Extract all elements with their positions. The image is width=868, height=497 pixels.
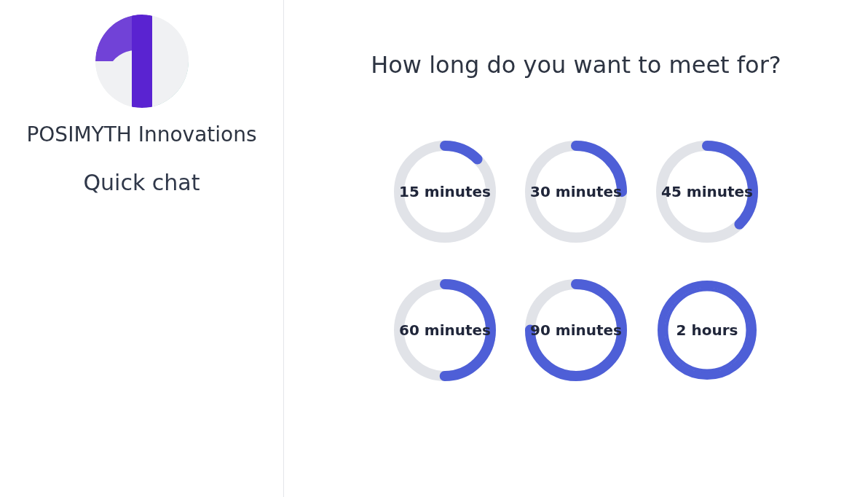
duration-label: 15 minutes: [399, 183, 491, 200]
duration-grid: 15 minutes30 minutes45 minutes60 minutes…: [383, 130, 769, 392]
brand-name: POSIMYTH Innovations: [26, 122, 256, 146]
duration-label: 30 minutes: [530, 183, 622, 200]
main-panel: How long do you want to meet for? 15 min…: [284, 0, 868, 497]
duration-option-6[interactable]: 2 hours: [645, 268, 769, 392]
duration-option-3[interactable]: 45 minutes: [645, 130, 769, 254]
duration-label: 60 minutes: [399, 321, 491, 339]
duration-option-5[interactable]: 90 minutes: [514, 268, 638, 392]
duration-option-2[interactable]: 30 minutes: [514, 130, 638, 254]
duration-label: 45 minutes: [661, 183, 753, 200]
duration-option-1[interactable]: 15 minutes: [383, 130, 507, 254]
brand-subtitle: Quick chat: [83, 170, 200, 195]
brand-logo: [95, 15, 189, 108]
logo-icon: [95, 15, 189, 108]
sidebar: POSIMYTH Innovations Quick chat: [0, 0, 284, 497]
duration-label: 90 minutes: [530, 321, 622, 339]
duration-label: 2 hours: [676, 321, 738, 339]
page-title: How long do you want to meet for?: [371, 51, 781, 79]
duration-option-4[interactable]: 60 minutes: [383, 268, 507, 392]
